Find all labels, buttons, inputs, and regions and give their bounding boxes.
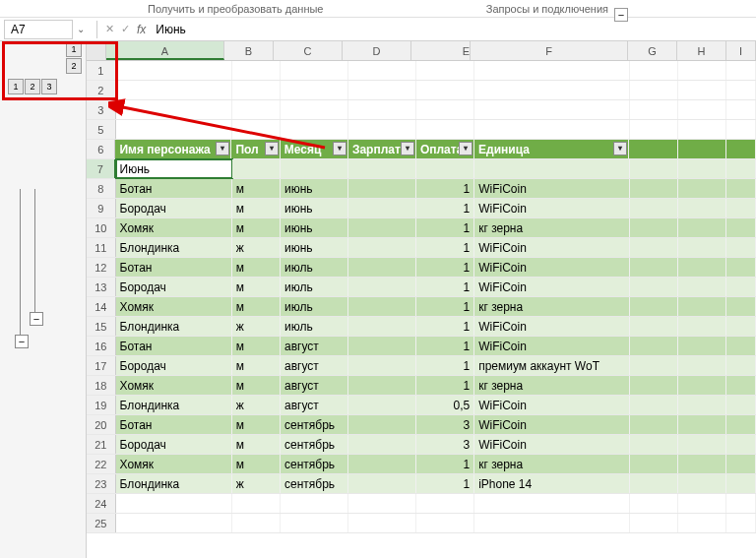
- cell-C16[interactable]: август: [281, 337, 348, 355]
- row-header-23[interactable]: 23: [87, 474, 116, 493]
- cell-I25[interactable]: [726, 514, 756, 532]
- cell-A9[interactable]: Бородач: [116, 199, 232, 217]
- cell-I21[interactable]: [726, 435, 756, 454]
- cell-I22[interactable]: [726, 455, 756, 473]
- cell-A24[interactable]: [116, 494, 232, 513]
- cell-H12[interactable]: [678, 258, 726, 277]
- cell-H20[interactable]: [678, 415, 726, 434]
- cell-B23[interactable]: ж: [232, 474, 281, 493]
- cell-I20[interactable]: [726, 415, 756, 434]
- cell-H9[interactable]: [678, 199, 726, 217]
- cell-D7[interactable]: [348, 159, 416, 178]
- cell-H8[interactable]: [678, 179, 726, 198]
- chevron-down-icon[interactable]: ⌄: [77, 24, 85, 34]
- cell-E25[interactable]: [416, 514, 474, 532]
- cell-D6[interactable]: Зарплата▾: [348, 140, 416, 158]
- cell-C11[interactable]: июнь: [281, 238, 348, 257]
- cell-A2[interactable]: [116, 81, 232, 99]
- cell-C17[interactable]: август: [281, 356, 348, 375]
- row-header-7[interactable]: 7: [87, 159, 116, 178]
- row-level-3[interactable]: 3: [41, 79, 57, 94]
- cell-H6[interactable]: [678, 140, 726, 158]
- filter-icon[interactable]: ▾: [613, 142, 627, 155]
- cell-B13[interactable]: м: [232, 278, 281, 296]
- cell-G23[interactable]: [630, 474, 678, 493]
- cell-C2[interactable]: [281, 81, 348, 99]
- cell-H25[interactable]: [678, 514, 726, 532]
- cell-B17[interactable]: м: [232, 356, 281, 375]
- cell-H13[interactable]: [678, 278, 726, 296]
- cell-F3[interactable]: [474, 100, 630, 119]
- cell-B20[interactable]: м: [232, 415, 281, 434]
- cell-E9[interactable]: 1: [416, 199, 474, 217]
- cell-C9[interactable]: июнь: [281, 199, 348, 217]
- cell-I7[interactable]: [726, 159, 756, 178]
- cell-C10[interactable]: июнь: [281, 218, 348, 237]
- cancel-icon[interactable]: ✕: [101, 23, 117, 35]
- cell-F1[interactable]: [474, 61, 630, 80]
- cell-C5[interactable]: [281, 120, 348, 139]
- cell-F2[interactable]: [474, 81, 630, 99]
- cell-I8[interactable]: [726, 179, 756, 198]
- cell-E12[interactable]: 1: [416, 258, 474, 277]
- cell-E8[interactable]: 1: [416, 179, 474, 198]
- cell-C8[interactable]: июнь: [281, 179, 348, 198]
- cell-A1[interactable]: [116, 61, 232, 80]
- cell-D19[interactable]: [348, 396, 416, 414]
- filter-icon[interactable]: ▾: [333, 142, 346, 155]
- cell-D25[interactable]: [348, 514, 416, 532]
- cell-I3[interactable]: [726, 100, 756, 119]
- row-header-1[interactable]: 1: [87, 61, 116, 80]
- cell-F11[interactable]: WiFiCoin: [474, 238, 630, 257]
- cell-D9[interactable]: [348, 199, 416, 217]
- cell-H16[interactable]: [678, 337, 726, 355]
- cell-E7[interactable]: [416, 159, 474, 178]
- cell-A6[interactable]: Имя персонажа▾: [115, 140, 231, 158]
- cell-H18[interactable]: [678, 376, 726, 395]
- cell-D15[interactable]: [348, 317, 416, 336]
- cell-I5[interactable]: [726, 120, 756, 139]
- cell-G11[interactable]: [630, 238, 678, 257]
- cell-A22[interactable]: Хомяк: [116, 455, 232, 473]
- cell-B15[interactable]: ж: [232, 317, 281, 336]
- cell-H23[interactable]: [678, 474, 726, 493]
- cell-G19[interactable]: [630, 396, 678, 414]
- cell-E13[interactable]: 1: [416, 278, 474, 296]
- cell-D21[interactable]: [348, 435, 416, 454]
- row-header-21[interactable]: 21: [87, 435, 116, 454]
- cell-G6[interactable]: [629, 140, 677, 158]
- cell-H10[interactable]: [678, 218, 726, 237]
- cell-G2[interactable]: [630, 81, 678, 99]
- cell-I23[interactable]: [726, 474, 756, 493]
- formula-input[interactable]: [150, 21, 756, 38]
- fx-label[interactable]: fx: [137, 23, 146, 36]
- row-header-11[interactable]: 11: [87, 238, 116, 257]
- cell-C13[interactable]: июль: [281, 278, 348, 296]
- cell-G17[interactable]: [630, 356, 678, 375]
- cell-F12[interactable]: WiFiCoin: [474, 258, 630, 277]
- cell-H2[interactable]: [678, 81, 726, 99]
- cell-F5[interactable]: [474, 120, 630, 139]
- col-header-H[interactable]: H: [677, 41, 726, 60]
- cell-G21[interactable]: [630, 435, 678, 454]
- col-header-A[interactable]: A: [106, 41, 224, 60]
- cell-D10[interactable]: [348, 218, 416, 237]
- cell-A23[interactable]: Блондинка: [116, 474, 232, 493]
- cell-E21[interactable]: 3: [416, 435, 474, 454]
- cell-B25[interactable]: [232, 514, 281, 532]
- row-level-2[interactable]: 2: [25, 79, 40, 94]
- cell-G10[interactable]: [630, 218, 678, 237]
- cell-G5[interactable]: [630, 120, 678, 139]
- row-header-12[interactable]: 12: [87, 258, 116, 277]
- cell-F8[interactable]: WiFiCoin: [474, 179, 630, 198]
- row-level-1[interactable]: 1: [8, 79, 24, 94]
- cell-D18[interactable]: [348, 376, 416, 395]
- cell-G8[interactable]: [630, 179, 678, 198]
- cell-E16[interactable]: 1: [416, 337, 474, 355]
- row-header-14[interactable]: 14: [87, 297, 116, 316]
- cell-I6[interactable]: [726, 140, 756, 158]
- cell-F24[interactable]: [474, 494, 630, 513]
- cell-H15[interactable]: [678, 317, 726, 336]
- cell-A19[interactable]: Блондинка: [116, 396, 232, 414]
- cell-I10[interactable]: [726, 218, 756, 237]
